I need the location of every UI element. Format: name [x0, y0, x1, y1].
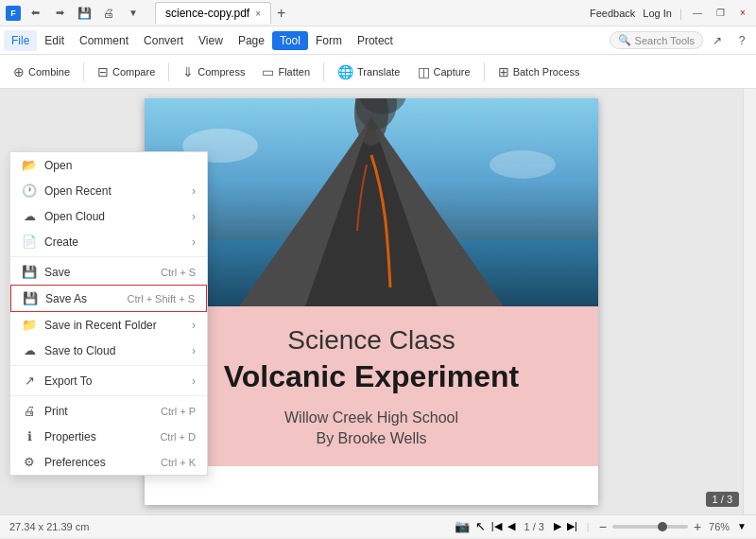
minimize-button[interactable]: — [690, 6, 705, 21]
status-bar: 27.34 x 21.39 cm 📷 ↖ |◀ ◀ 1 / 3 ▶ ▶| | −… [0, 514, 756, 537]
qa-forward[interactable]: ➡ [49, 3, 70, 24]
page-next-next[interactable]: ▶| [567, 520, 577, 532]
page-prev[interactable]: ◀ [507, 520, 515, 532]
page-next[interactable]: ▶ [554, 520, 561, 532]
zoom-dropdown-button[interactable]: ▼ [737, 521, 747, 531]
print-icon: 🖨 [22, 404, 37, 418]
menu-tool[interactable]: Tool [272, 31, 308, 50]
menu-item-save-recent[interactable]: 📁 Save in Recent Folder › [10, 312, 207, 338]
page-prev-prev[interactable]: |◀ [491, 520, 502, 532]
export-label: Export To [44, 374, 92, 388]
vertical-scrollbar[interactable] [743, 89, 756, 514]
open-recent-arrow: › [192, 184, 196, 198]
pdf-school: Willow Creek High School [163, 409, 579, 426]
status-right: 📷 ↖ |◀ ◀ 1 / 3 ▶ ▶| | − + 76% ▼ [455, 519, 747, 534]
preferences-label: Preferences [44, 456, 106, 469]
main-content: Science Class Volcanic Experiment Willow… [0, 89, 756, 514]
svg-point-8 [490, 150, 556, 179]
zoom-level: 76% [707, 521, 731, 532]
menu-view[interactable]: View [191, 30, 231, 51]
restore-button[interactable]: ❐ [713, 6, 728, 21]
compare-label: Compare [112, 66, 155, 78]
qa-print[interactable]: 🖨 [98, 3, 119, 24]
menu-protect[interactable]: Protect [350, 30, 401, 51]
save-recent-icon: 📁 [22, 318, 37, 332]
menu-convert[interactable]: Convert [136, 30, 191, 51]
document-tab[interactable]: science-copy.pdf × [155, 2, 271, 24]
save-cloud-label: Save to Cloud [44, 344, 115, 357]
save-as-icon: 💾 [23, 291, 38, 305]
ribbon-combine[interactable]: ⊕ Combine [6, 61, 77, 83]
tab-title: science-copy.pdf [165, 7, 249, 20]
zoom-thumb [658, 522, 667, 531]
properties-icon: ℹ [22, 429, 37, 443]
translate-label: Translate [357, 66, 400, 78]
menu-item-open-recent[interactable]: 🕐 Open Recent › [10, 178, 207, 203]
menu-item-save[interactable]: 💾 Save Ctrl + S [10, 259, 207, 285]
ribbon-translate[interactable]: 🌐 Translate [330, 61, 407, 83]
menu-edit[interactable]: Edit [37, 30, 72, 51]
menu-comment[interactable]: Comment [72, 30, 136, 51]
ribbon-compare[interactable]: ⊟ Compare [90, 61, 163, 83]
menu-item-save-as[interactable]: 💾 Save As Ctrl + Shift + S [10, 285, 207, 312]
open-cloud-label: Open Cloud [44, 210, 105, 223]
menu-form[interactable]: Form [308, 30, 350, 51]
new-tab-button[interactable]: + [271, 5, 291, 22]
ribbon-batch-process[interactable]: ⊞ Batch Process [490, 61, 588, 83]
zoom-slider[interactable] [612, 525, 688, 529]
zoom-in-button[interactable]: + [694, 519, 701, 534]
open-icon: 📂 [22, 158, 37, 172]
feedback-link[interactable]: Feedback [590, 8, 635, 19]
flatten-label: Flatten [278, 66, 310, 78]
batch-icon: ⊞ [498, 64, 509, 79]
save-icon: 💾 [22, 265, 37, 279]
menu-file[interactable]: File [4, 30, 37, 51]
open-recent-icon: 🕐 [22, 183, 37, 198]
preferences-shortcut: Ctrl + K [161, 457, 196, 468]
menu-item-print[interactable]: 🖨 Print Ctrl + P [10, 398, 207, 424]
ribbon-divider-3 [323, 62, 324, 81]
qa-dropdown[interactable]: ▼ [123, 3, 144, 24]
combine-label: Combine [28, 66, 70, 78]
ribbon-compress[interactable]: ⇓ Compress [175, 61, 252, 83]
menu-item-properties[interactable]: ℹ Properties Ctrl + D [10, 424, 207, 449]
tab-close-button[interactable]: × [255, 9, 261, 19]
ribbon-toolbar: ⊕ Combine ⊟ Compare ⇓ Compress ▭ Flatten… [0, 55, 756, 89]
menu-page[interactable]: Page [231, 30, 272, 51]
capture-icon: ◫ [418, 64, 430, 79]
menu-item-export[interactable]: ↗ Export To › [10, 368, 207, 393]
menu-item-preferences[interactable]: ⚙ Preferences Ctrl + K [10, 449, 207, 475]
external-link-button[interactable]: ↗ [707, 30, 728, 51]
menu-item-create[interactable]: 📄 Create › [10, 229, 207, 254]
ribbon-flatten[interactable]: ▭ Flatten [254, 61, 318, 83]
pdf-title-line1: Science Class [163, 325, 579, 356]
file-menu-dropdown[interactable]: 📂 Open 🕐 Open Recent › ☁ Open Cloud › 📄 … [9, 151, 208, 476]
status-select-button[interactable]: ↖ [475, 519, 486, 533]
zoom-out-button[interactable]: − [599, 519, 607, 534]
qa-save[interactable]: 💾 [74, 3, 94, 24]
help-button[interactable]: ? [731, 30, 752, 51]
capture-label: Capture [434, 66, 471, 78]
menu-bar: File Edit Comment Convert View Page Tool… [0, 26, 756, 55]
export-arrow: › [192, 374, 196, 388]
create-icon: 📄 [22, 235, 37, 249]
close-button[interactable]: × [735, 6, 750, 21]
menu-item-save-cloud[interactable]: ☁ Save to Cloud › [10, 338, 207, 363]
login-link[interactable]: Log In [643, 8, 672, 19]
status-scan-button[interactable]: 📷 [455, 519, 470, 533]
print-shortcut: Ctrl + P [161, 406, 196, 417]
menu-item-open-cloud[interactable]: ☁ Open Cloud › [10, 203, 207, 229]
properties-label: Properties [44, 430, 96, 443]
search-placeholder: Search Tools [635, 35, 695, 46]
open-cloud-arrow: › [192, 210, 196, 223]
ribbon-divider-1 [83, 62, 84, 81]
open-cloud-icon: ☁ [22, 209, 37, 223]
separator: | [679, 7, 682, 20]
search-tools-box[interactable]: 🔍 Search Tools [610, 31, 703, 49]
menu-item-open[interactable]: 📂 Open [10, 152, 207, 178]
qa-back[interactable]: ⬅ [25, 3, 45, 24]
ribbon-capture[interactable]: ◫ Capture [410, 61, 478, 83]
page-dimensions: 27.34 x 21.39 cm [9, 521, 89, 532]
title-bar: F ⬅ ➡ 💾 🖨 ▼ science-copy.pdf × + Feedbac… [0, 0, 756, 26]
preferences-icon: ⚙ [22, 455, 37, 469]
